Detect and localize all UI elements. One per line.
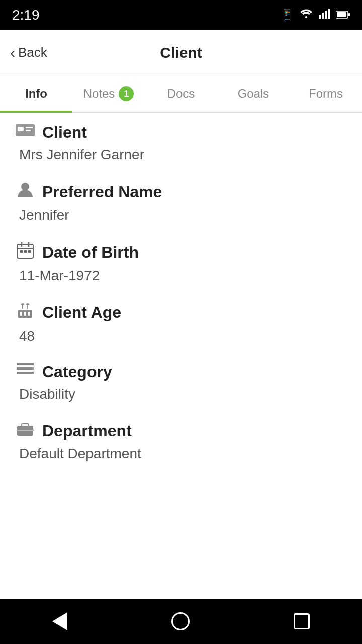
section-age-header: Client Age [15, 302, 347, 323]
cake-icon [15, 302, 35, 323]
nav-home-button[interactable] [171, 612, 190, 630]
section-client: Client Mrs Jennifer Garner [15, 123, 347, 163]
svg-rect-29 [17, 372, 34, 374]
section-dob-header: Date of Birth [15, 242, 347, 263]
svg-rect-28 [17, 367, 34, 370]
tab-forms-label: Forms [309, 87, 343, 101]
svg-rect-10 [26, 130, 31, 131]
tab-notes[interactable]: Notes 1 [72, 75, 145, 112]
section-department-header: Department [15, 421, 347, 441]
section-category-header: Category [15, 362, 347, 381]
section-dob-value: 11-Mar-1972 [15, 268, 347, 284]
svg-rect-8 [18, 127, 24, 131]
svg-rect-16 [20, 250, 23, 253]
svg-rect-22 [28, 312, 30, 316]
back-label: Back [18, 45, 47, 60]
nav-back-arrow-icon [52, 612, 67, 630]
tab-info[interactable]: Info [0, 75, 72, 112]
svg-rect-21 [24, 312, 26, 316]
page-title: Client [160, 44, 202, 61]
back-chevron-icon: ‹ [10, 44, 15, 61]
svg-rect-2 [325, 11, 327, 19]
section-category: Category Disability [15, 362, 347, 403]
tab-notes-label: Notes [83, 87, 115, 101]
nav-home-circle-icon [171, 612, 190, 630]
section-department-title: Department [42, 422, 132, 440]
status-icons: 📱 [280, 9, 350, 22]
section-department: Department Default Department [15, 421, 347, 462]
tab-forms[interactable]: Forms [290, 75, 362, 112]
list-icon [15, 362, 35, 381]
section-age-title: Client Age [42, 303, 121, 322]
wifi-icon [300, 9, 313, 22]
tab-docs-label: Docs [167, 87, 195, 101]
svg-point-26 [27, 303, 29, 305]
section-client-header: Client [15, 123, 347, 142]
svg-rect-18 [28, 250, 31, 253]
tab-goals-label: Goals [238, 87, 269, 101]
header: ‹ Back Client [0, 30, 362, 75]
svg-rect-1 [322, 13, 324, 19]
section-preferred-header: Preferred Name [15, 181, 347, 202]
tab-docs[interactable]: Docs [145, 75, 217, 112]
tab-goals[interactable]: Goals [217, 75, 290, 112]
person-icon [15, 181, 35, 202]
svg-point-24 [22, 303, 24, 305]
section-preferred-name: Preferred Name Jennifer [15, 181, 347, 223]
svg-rect-5 [348, 13, 350, 16]
svg-rect-31 [22, 424, 29, 427]
tabs-bar: Info Notes 1 Docs Goals Forms [0, 75, 362, 113]
section-category-title: Category [42, 363, 112, 381]
svg-point-11 [21, 183, 29, 191]
battery-icon [336, 9, 350, 22]
section-age: Client Age 48 [15, 302, 347, 344]
svg-rect-0 [319, 15, 321, 19]
briefcase-icon [15, 421, 35, 441]
nav-recent-square-icon [294, 613, 310, 629]
section-category-value: Disability [15, 386, 347, 403]
sim-icon: 📱 [280, 9, 294, 22]
nav-back-button[interactable] [52, 612, 67, 630]
nav-recent-button[interactable] [294, 613, 310, 629]
section-dob: Date of Birth 11-Mar-1972 [15, 242, 347, 284]
section-client-title: Client [42, 123, 87, 142]
calendar-icon [15, 242, 35, 263]
section-client-value: Mrs Jennifer Garner [15, 147, 347, 163]
back-button[interactable]: ‹ Back [10, 44, 47, 61]
section-age-value: 48 [15, 328, 347, 344]
nav-bar [0, 599, 362, 644]
notes-badge: 1 [119, 86, 134, 101]
info-content: Client Mrs Jennifer Garner Preferred Nam… [0, 113, 362, 599]
section-department-value: Default Department [15, 446, 347, 462]
svg-rect-17 [24, 250, 27, 253]
section-dob-title: Date of Birth [42, 243, 139, 262]
section-preferred-value: Jennifer [15, 207, 347, 223]
section-preferred-title: Preferred Name [42, 183, 162, 201]
svg-rect-27 [17, 363, 34, 365]
id-card-icon [15, 123, 35, 142]
tab-info-label: Info [25, 87, 47, 101]
signal-icon [319, 9, 330, 22]
svg-rect-6 [337, 12, 346, 17]
status-time: 2:19 [12, 7, 40, 23]
svg-rect-9 [26, 127, 33, 128]
svg-rect-20 [20, 312, 22, 316]
status-bar: 2:19 📱 [0, 0, 362, 30]
svg-rect-3 [328, 9, 330, 19]
